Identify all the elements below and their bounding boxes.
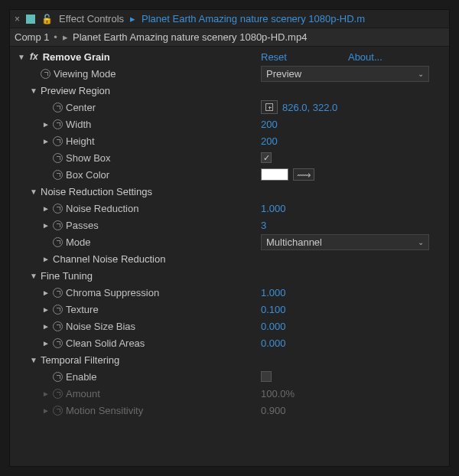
stopwatch-icon[interactable] <box>53 237 63 247</box>
texture-value[interactable]: 0.100 <box>261 304 286 315</box>
prop-label: Enable <box>66 371 96 383</box>
twirl-icon[interactable] <box>42 137 50 145</box>
twirl-icon[interactable] <box>30 86 37 95</box>
stopwatch-icon[interactable] <box>53 338 63 348</box>
stopwatch-icon[interactable] <box>53 204 63 214</box>
stopwatch-icon[interactable] <box>53 220 63 230</box>
prop-center: Center 826.0, 322.0 <box>10 99 449 116</box>
chroma-value[interactable]: 1.000 <box>261 287 286 298</box>
prop-passes: Passes 3 <box>10 217 449 233</box>
center-value[interactable]: 826.0, 322.0 <box>282 102 337 113</box>
reset-button[interactable]: Reset <box>261 51 287 63</box>
prop-label: Mode <box>66 236 91 248</box>
stopwatch-icon[interactable] <box>53 321 63 331</box>
stopwatch-icon[interactable] <box>53 170 63 180</box>
effect-header-row: fx Remove Grain Reset About... <box>10 48 449 65</box>
box-color-swatch[interactable] <box>261 168 288 181</box>
snapshot-icon[interactable] <box>26 15 35 24</box>
enable-checkbox[interactable] <box>261 371 272 382</box>
eyedropper-icon[interactable]: ⟿ <box>293 168 314 181</box>
stopwatch-icon[interactable] <box>53 305 63 315</box>
twirl-icon[interactable] <box>18 53 25 61</box>
show-box-checkbox[interactable]: ✓ <box>261 152 272 163</box>
twirl-icon[interactable] <box>42 390 50 398</box>
prop-label: Channel Noise Reduction <box>53 253 165 265</box>
chevron-down-icon: ⌄ <box>418 238 424 246</box>
prop-label: Passes <box>66 220 99 231</box>
tab-bar: × 🔓 Effect Controls ▸ Planet Earth Amazi… <box>10 10 449 28</box>
prop-label: Noise Size Bias <box>66 321 135 332</box>
twirl-icon[interactable] <box>30 272 37 280</box>
prop-label: Chroma Suppression <box>66 287 159 298</box>
width-value[interactable]: 200 <box>261 119 278 130</box>
prop-height: Height 200 <box>10 132 449 149</box>
effect-name[interactable]: Remove Grain <box>43 51 110 63</box>
breadcrumb-layer[interactable]: Planet Earth Amazing nature scenery 1080… <box>142 13 365 24</box>
twirl-icon[interactable] <box>42 221 50 230</box>
clean-solid-value[interactable]: 0.000 <box>261 337 286 349</box>
prop-temporal-amount: Amount 100.0% <box>10 385 449 402</box>
fx-icon[interactable]: fx <box>28 51 40 62</box>
layer-name[interactable]: Planet Earth Amazing nature scenery 1080… <box>73 31 307 43</box>
noise-reduction-value[interactable]: 1.000 <box>261 203 286 214</box>
section-temporal-filtering: Temporal Filtering <box>10 351 449 368</box>
prop-label: Box Color <box>66 169 109 181</box>
stopwatch-icon[interactable] <box>53 372 63 382</box>
twirl-icon[interactable] <box>42 289 50 297</box>
stopwatch-icon <box>53 406 63 416</box>
prop-chroma-suppression: Chroma Suppression 1.000 <box>10 284 449 301</box>
prop-temporal-enable: Enable <box>10 368 449 385</box>
section-label: Temporal Filtering <box>41 354 119 366</box>
lock-icon[interactable]: 🔓 <box>41 14 53 24</box>
stopwatch-icon[interactable] <box>53 288 63 298</box>
noise-size-bias-value[interactable]: 0.000 <box>261 321 286 332</box>
twirl-icon[interactable] <box>42 120 50 129</box>
twirl-icon[interactable] <box>42 204 50 213</box>
about-button[interactable]: About... <box>348 51 382 63</box>
section-noise-reduction: Noise Reduction Settings <box>10 183 449 200</box>
point-picker-icon[interactable] <box>261 100 278 114</box>
twirl-icon[interactable] <box>42 322 50 331</box>
section-label: Preview Region <box>41 85 110 96</box>
prop-show-box: Show Box ✓ <box>10 149 449 166</box>
twirl-icon[interactable] <box>42 255 50 263</box>
prop-label: Width <box>66 119 91 130</box>
prop-texture: Texture 0.100 <box>10 301 449 318</box>
stopwatch-icon[interactable] <box>53 103 63 112</box>
comp-path: Comp 1 • ▸ Planet Earth Amazing nature s… <box>10 28 449 47</box>
prop-label: Show Box <box>66 152 111 164</box>
tab-label-effect-controls[interactable]: Effect Controls <box>59 13 124 24</box>
twirl-icon[interactable] <box>42 339 50 347</box>
height-value[interactable]: 200 <box>261 135 278 147</box>
prop-viewing-mode: Viewing Mode Preview ⌄ <box>10 65 449 82</box>
stopwatch-icon[interactable] <box>53 119 63 129</box>
passes-value[interactable]: 3 <box>261 220 266 231</box>
prop-mode: Mode Multichannel ⌄ <box>10 233 449 250</box>
twirl-icon[interactable] <box>42 406 50 415</box>
viewing-mode-dropdown[interactable]: Preview ⌄ <box>261 66 429 82</box>
prop-clean-solid-areas: Clean Solid Areas 0.000 <box>10 334 449 351</box>
dropdown-value: Multichannel <box>266 236 322 248</box>
prop-noise-reduction: Noise Reduction 1.000 <box>10 200 449 217</box>
prop-label: Texture <box>66 304 99 315</box>
prop-label: Noise Reduction <box>66 203 138 214</box>
stopwatch-icon[interactable] <box>41 69 50 79</box>
close-icon[interactable]: × <box>15 14 20 24</box>
effect-controls-panel: × 🔓 Effect Controls ▸ Planet Earth Amazi… <box>9 9 450 467</box>
stopwatch-icon[interactable] <box>53 153 63 163</box>
comp-name[interactable]: Comp 1 <box>15 31 50 43</box>
twirl-icon[interactable] <box>30 187 37 196</box>
prop-label: Center <box>66 102 96 113</box>
amount-value: 100.0% <box>261 388 295 399</box>
chevron-down-icon: ⌄ <box>418 70 424 78</box>
prop-label: Motion Sensitivity <box>66 405 143 416</box>
prop-label: Viewing Mode <box>54 68 116 80</box>
breadcrumb-sep-icon: ▸ <box>130 13 135 24</box>
section-label: Noise Reduction Settings <box>41 186 152 197</box>
stopwatch-icon[interactable] <box>53 136 63 146</box>
prop-motion-sensitivity: Motion Sensitivity 0.900 <box>10 402 449 419</box>
twirl-icon[interactable] <box>30 356 37 364</box>
twirl-icon[interactable] <box>42 305 50 314</box>
mode-dropdown[interactable]: Multichannel ⌄ <box>261 234 429 250</box>
prop-noise-size-bias: Noise Size Bias 0.000 <box>10 318 449 334</box>
